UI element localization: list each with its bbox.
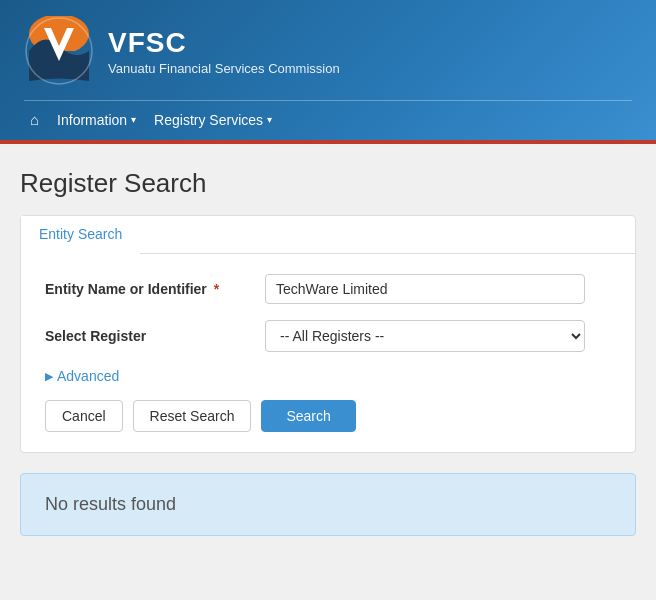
select-register-row: Select Register -- All Registers -- Busi… xyxy=(45,320,611,352)
nav-registry-label: Registry Services xyxy=(154,112,263,128)
tabs-row: Entity Search xyxy=(21,216,635,254)
header: VFSC Vanuatu Financial Services Commissi… xyxy=(0,0,656,140)
reset-button[interactable]: Reset Search xyxy=(133,400,252,432)
select-register-label: Select Register xyxy=(45,328,265,344)
chevron-down-icon: ▾ xyxy=(131,114,136,125)
nav-home[interactable]: ⌂ xyxy=(24,109,45,130)
nav-information[interactable]: Information ▾ xyxy=(51,110,142,130)
entity-name-input[interactable] xyxy=(265,274,585,304)
org-short: VFSC xyxy=(108,27,340,59)
required-star: * xyxy=(214,281,219,297)
advanced-label: Advanced xyxy=(57,368,119,384)
nav-bar: ⌂ Information ▾ Registry Services ▾ xyxy=(24,101,632,140)
logo-text: VFSC Vanuatu Financial Services Commissi… xyxy=(108,27,340,76)
no-results-text: No results found xyxy=(45,494,176,514)
home-icon: ⌂ xyxy=(30,111,39,128)
entity-name-row: Entity Name or Identifier * xyxy=(45,274,611,304)
advanced-link[interactable]: ▶ Advanced xyxy=(45,368,611,384)
cancel-button[interactable]: Cancel xyxy=(45,400,123,432)
page-title: Register Search xyxy=(20,168,636,199)
nav-registry[interactable]: Registry Services ▾ xyxy=(148,110,278,130)
buttons-row: Cancel Reset Search Search xyxy=(45,400,611,432)
nav-information-label: Information xyxy=(57,112,127,128)
org-full: Vanuatu Financial Services Commission xyxy=(108,61,340,76)
form-body: Entity Name or Identifier * Select Regis… xyxy=(21,254,635,452)
chevron-down-icon-2: ▾ xyxy=(267,114,272,125)
form-card: Entity Search Entity Name or Identifier … xyxy=(20,215,636,453)
advanced-arrow-icon: ▶ xyxy=(45,370,53,383)
tab-entity-search[interactable]: Entity Search xyxy=(21,216,140,254)
no-results-banner: No results found xyxy=(20,473,636,536)
select-register-dropdown[interactable]: -- All Registers -- Business Names Compa… xyxy=(265,320,585,352)
search-button[interactable]: Search xyxy=(261,400,355,432)
header-top: VFSC Vanuatu Financial Services Commissi… xyxy=(24,16,632,100)
main-content: Register Search Entity Search Entity Nam… xyxy=(0,144,656,556)
logo-icon xyxy=(24,16,94,86)
entity-name-label: Entity Name or Identifier * xyxy=(45,281,265,297)
logo-container: VFSC Vanuatu Financial Services Commissi… xyxy=(24,16,340,86)
